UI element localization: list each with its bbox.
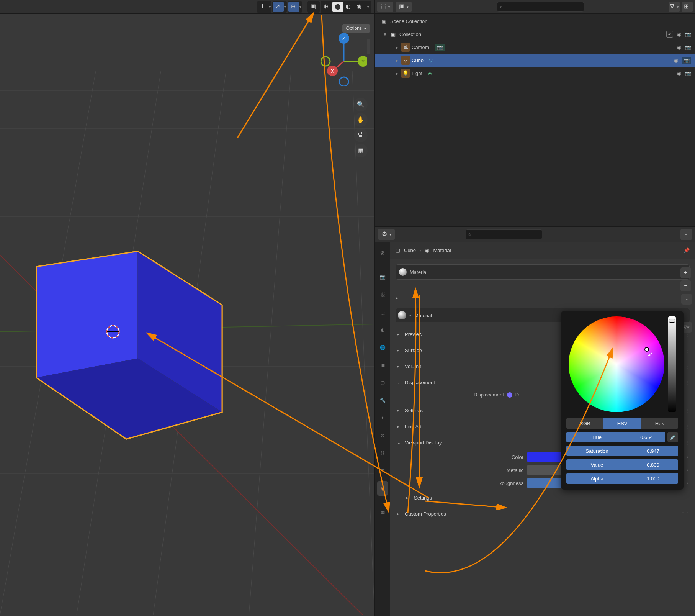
filter-icon[interactable]: ∇▾ [669,2,680,12]
camera-icon: 📽 [401,43,410,52]
shading-wireframe-icon[interactable]: ⊕ [321,2,332,12]
breadcrumb-mat[interactable]: Material [433,247,451,253]
value-field[interactable]: Value0.800 [566,459,678,470]
properties-options-dropdown[interactable]: ▾ [680,229,692,240]
material-slot-label: Material [410,269,427,275]
cursor-3d [107,326,119,338]
socket-icon[interactable] [507,392,512,398]
breadcrumb-obj[interactable]: Cube [404,247,416,253]
add-slot-button[interactable]: + [680,267,691,278]
tab-material-icon[interactable]: ◉ [377,481,388,496]
outliner-search-input[interactable] [497,2,584,12]
xray-toggle-icon[interactable]: ▣ [308,2,319,12]
light-data-icon[interactable]: ☀ [428,70,432,76]
properties-tabs: 🛠 📷 🖼 ⬚ ◐ 🌐 ▣ ▢ 🔧 ✦ ⊚ ⛓ ▽ ◉ ▦ [375,242,390,616]
mode-rgb-button[interactable]: RGB [566,418,603,429]
field-label: Color [409,454,523,460]
search-icon: ⌕ [500,4,502,9]
shading-solid-icon[interactable] [332,2,343,12]
value-slider[interactable] [668,316,676,412]
material-slot[interactable]: Material [396,264,690,280]
displacement-value[interactable]: D [515,392,519,398]
breadcrumb: ▢ Cube › ◉ Material 📌 [390,242,695,259]
eyedropper-icon[interactable]: 💉 [667,432,678,442]
hsv-color-wheel[interactable]: ➶ [569,316,664,412]
color-picker-popup: ➶ RGB HSV Hex Hue 0.664 💉 [561,311,684,490]
cube-icon: ▢ [396,247,400,253]
camera-restrict-icon[interactable]: 📷 [685,70,691,76]
tree-row-scene[interactable]: ▣ Scene Collection [375,15,695,28]
tab-constraints-icon[interactable]: ⛓ [377,446,388,460]
slider-handle[interactable] [669,319,675,323]
tab-render-icon[interactable]: 📷 [377,270,388,284]
expand-icon[interactable]: ▼ [383,31,387,37]
alpha-field[interactable]: Alpha1.000 [566,473,678,484]
eye-icon[interactable]: ◉ [677,70,681,76]
slot-menu-dropdown[interactable]: ▾ [681,294,692,305]
tree-label: Collection [399,31,421,37]
mode-hsv-button[interactable]: HSV [603,418,641,429]
tree-row-cube[interactable]: ▸ ▽ Cube ▽ ◉ 📷 [375,54,695,67]
preview-expand-icon[interactable]: ▸ [396,295,690,301]
tab-tool-icon[interactable]: 🛠 [377,246,388,260]
viewport-3d[interactable]: 👁 ▾ ↗ ▾ ⊕ ▾ ▣ ⊕ ◐ ◉ ▾ Options ▾ [0,0,374,616]
outliner-mode-dropdown[interactable]: ⬚▾ [377,2,393,12]
panel-custom-properties[interactable]: ▸Custom Properties [397,506,688,522]
svg-line-22 [249,71,291,615]
eye-icon[interactable]: ◉ [677,31,681,37]
material-browse-icon[interactable] [398,311,406,319]
mode-hex-button[interactable]: Hex [641,418,678,429]
new-collection-icon[interactable]: ⊞ [682,2,693,12]
hue-field[interactable]: Hue 0.664 [566,432,665,442]
outliner-tree[interactable]: ▣ Scene Collection ▼ ▣ Collection ◉ 📷 ▸ … [375,14,695,80]
expand-icon[interactable]: ▸ [395,70,399,76]
tab-scene-icon[interactable]: ◐ [377,323,388,337]
outliner-display-dropdown[interactable]: ▣▾ [396,2,412,12]
mesh-data-icon[interactable]: ▽ [429,57,433,63]
properties-search-input[interactable] [466,229,542,239]
drag-handle-icon[interactable] [681,511,688,517]
properties-editor-dropdown[interactable]: ⚙▾ [378,229,395,240]
exclude-checkbox[interactable] [666,31,673,38]
tab-object-icon[interactable]: ▢ [377,375,388,390]
tree-label: Camera [412,44,429,50]
camera-restrict-icon[interactable]: 📷 [682,57,691,64]
cursor-icon: ➶ [647,350,653,359]
eye-icon[interactable]: ◉ [674,57,678,63]
eye-icon[interactable]: ◉ [677,44,681,50]
tree-row-collection[interactable]: ▼ ▣ Collection ◉ 📷 [375,28,695,41]
remove-slot-button[interactable]: − [680,280,691,291]
panel-inner-settings[interactable]: ▸Settings [397,490,688,506]
cube-mesh[interactable] [36,251,222,439]
camera-restrict-icon[interactable]: 📷 [685,44,691,50]
pin-icon[interactable]: 📌 [684,247,690,253]
tab-output-icon[interactable]: 🖼 [377,287,388,302]
expand-icon[interactable]: ▸ [395,44,399,50]
camera-data-icon[interactable]: 📷 [435,44,445,51]
outliner-panel: ⬚▾ ▣▾ ⌕ ∇▾ ⊞ ▣ Scene Collection ▼ ▣ Coll… [374,0,695,226]
tab-data-icon[interactable]: ▽ [377,464,388,478]
visibility-icon[interactable]: 👁 [258,2,268,12]
tree-row-light[interactable]: ▸ 💡 Light ☀ ◉ 📷 [375,67,695,80]
field-label: Displacement [474,392,504,398]
color-mode-tabs: RGB HSV Hex [566,418,678,429]
viewport-canvas[interactable] [0,14,374,615]
tab-physics-icon[interactable]: ⊚ [377,428,388,443]
expand-icon[interactable]: ▸ [395,57,399,63]
camera-restrict-icon[interactable]: 📷 [685,31,691,37]
gizmo-toggle-icon[interactable]: ↗ [273,2,284,12]
tab-world-icon[interactable]: 🌐 [377,340,388,355]
tree-row-camera[interactable]: ▸ 📽 Camera 📷 ◉ 📷 [375,41,695,54]
material-properties: ▢ Cube › ◉ Material 📌 Material + − ▾ [390,242,695,616]
shading-material-icon[interactable]: ◐ [343,2,354,12]
light-icon: 💡 [401,69,410,78]
tab-modifiers-icon[interactable]: 🔧 [377,393,388,408]
shading-rendered-icon[interactable]: ◉ [355,2,365,12]
tab-viewlayer-icon[interactable]: ⬚ [377,305,388,319]
saturation-field[interactable]: Saturation0.947 [566,446,678,456]
properties-panel: ⚙▾ ⌕ ▾ 🛠 📷 🖼 ⬚ ◐ 🌐 ▣ ▢ 🔧 ✦ ⊚ ⛓ [374,226,695,616]
tab-particles-icon[interactable]: ✦ [377,411,388,425]
tab-texture-icon[interactable]: ▦ [377,505,388,519]
overlays-toggle-icon[interactable]: ⊕ [288,2,299,12]
tab-collection-icon[interactable]: ▣ [377,358,388,372]
